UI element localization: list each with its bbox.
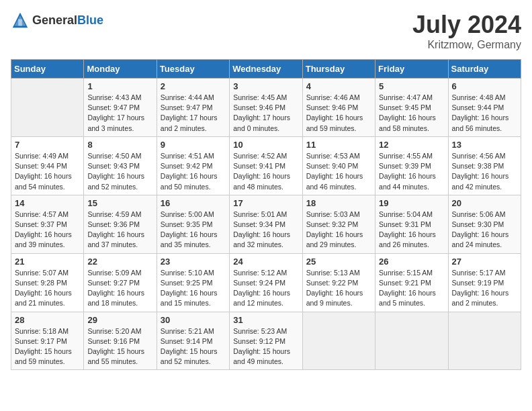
day-info: Sunrise: 5:04 AMSunset: 9:31 PMDaylight:… [379, 210, 444, 250]
calendar-cell: 17Sunrise: 5:01 AMSunset: 9:34 PMDayligh… [230, 195, 302, 253]
title-block: July 2024 Kritzmow, Germany [412, 11, 521, 51]
calendar-week-row: 21Sunrise: 5:07 AMSunset: 9:28 PMDayligh… [11, 253, 521, 312]
calendar-week-row: 28Sunrise: 5:18 AMSunset: 9:17 PMDayligh… [11, 312, 521, 370]
day-info: Sunrise: 5:10 AMSunset: 9:25 PMDaylight:… [161, 268, 226, 309]
logo: GeneralBlue [11, 11, 103, 30]
calendar-cell: 31Sunrise: 5:23 AMSunset: 9:12 PMDayligh… [230, 312, 302, 370]
day-number: 11 [306, 140, 371, 150]
header-day: Saturday [448, 60, 521, 79]
day-info: Sunrise: 4:53 AMSunset: 9:40 PMDaylight:… [306, 151, 371, 192]
calendar-cell [302, 312, 375, 370]
calendar-cell: 23Sunrise: 5:10 AMSunset: 9:25 PMDayligh… [157, 253, 229, 312]
calendar-week-row: 7Sunrise: 4:49 AMSunset: 9:44 PMDaylight… [11, 136, 521, 195]
calendar-cell: 30Sunrise: 5:21 AMSunset: 9:14 PMDayligh… [157, 312, 229, 370]
day-info: Sunrise: 5:21 AMSunset: 9:14 PMDaylight:… [161, 326, 226, 367]
logo-blue: Blue [77, 13, 103, 27]
page-header: GeneralBlue July 2024 Kritzmow, Germany [11, 11, 521, 51]
day-info: Sunrise: 5:13 AMSunset: 9:22 PMDaylight:… [306, 268, 371, 309]
calendar-cell: 11Sunrise: 4:53 AMSunset: 9:40 PMDayligh… [302, 136, 375, 195]
day-info: Sunrise: 5:00 AMSunset: 9:35 PMDaylight:… [161, 210, 226, 250]
calendar-cell: 3Sunrise: 4:45 AMSunset: 9:46 PMDaylight… [230, 79, 302, 137]
calendar-cell: 10Sunrise: 4:52 AMSunset: 9:41 PMDayligh… [230, 136, 302, 195]
day-number: 12 [379, 140, 444, 150]
day-number: 13 [452, 140, 517, 150]
calendar-cell: 25Sunrise: 5:13 AMSunset: 9:22 PMDayligh… [302, 253, 375, 312]
day-number: 4 [306, 81, 371, 91]
day-number: 10 [233, 140, 298, 150]
day-info: Sunrise: 4:51 AMSunset: 9:42 PMDaylight:… [161, 151, 226, 192]
calendar-cell: 16Sunrise: 5:00 AMSunset: 9:35 PMDayligh… [157, 195, 229, 253]
day-number: 9 [161, 140, 226, 150]
day-info: Sunrise: 4:46 AMSunset: 9:46 PMDaylight:… [306, 93, 371, 134]
header-day: Monday [84, 60, 157, 79]
calendar-cell: 7Sunrise: 4:49 AMSunset: 9:44 PMDaylight… [11, 136, 84, 195]
day-number: 20 [452, 198, 517, 208]
day-number: 17 [233, 198, 298, 208]
calendar-cell: 20Sunrise: 5:06 AMSunset: 9:30 PMDayligh… [448, 195, 521, 253]
location: Kritzmow, Germany [412, 39, 521, 51]
calendar-cell: 19Sunrise: 5:04 AMSunset: 9:31 PMDayligh… [375, 195, 448, 253]
calendar-cell: 5Sunrise: 4:47 AMSunset: 9:45 PMDaylight… [375, 79, 448, 137]
day-number: 28 [15, 315, 80, 325]
calendar-cell: 28Sunrise: 5:18 AMSunset: 9:17 PMDayligh… [11, 312, 84, 370]
calendar-cell: 13Sunrise: 4:56 AMSunset: 9:38 PMDayligh… [448, 136, 521, 195]
day-number: 27 [452, 257, 517, 267]
day-info: Sunrise: 4:50 AMSunset: 9:43 PMDaylight:… [87, 151, 152, 192]
calendar-cell: 15Sunrise: 4:59 AMSunset: 9:36 PMDayligh… [84, 195, 157, 253]
day-number: 3 [233, 81, 298, 91]
calendar-week-row: 1Sunrise: 4:43 AMSunset: 9:47 PMDaylight… [11, 79, 521, 137]
calendar-table: SundayMondayTuesdayWednesdayThursdayFrid… [11, 59, 521, 370]
day-number: 16 [161, 198, 226, 208]
calendar-cell: 27Sunrise: 5:17 AMSunset: 9:19 PMDayligh… [448, 253, 521, 312]
day-info: Sunrise: 4:59 AMSunset: 9:36 PMDaylight:… [87, 210, 152, 250]
day-info: Sunrise: 5:17 AMSunset: 9:19 PMDaylight:… [452, 268, 517, 309]
day-number: 24 [233, 257, 298, 267]
calendar-cell [375, 312, 448, 370]
day-number: 1 [87, 81, 152, 91]
day-number: 22 [87, 257, 152, 267]
day-info: Sunrise: 5:12 AMSunset: 9:24 PMDaylight:… [233, 268, 298, 309]
calendar-cell: 26Sunrise: 5:15 AMSunset: 9:21 PMDayligh… [375, 253, 448, 312]
calendar-cell: 22Sunrise: 5:09 AMSunset: 9:27 PMDayligh… [84, 253, 157, 312]
header-day: Thursday [302, 60, 375, 79]
day-info: Sunrise: 4:43 AMSunset: 9:47 PMDaylight:… [87, 93, 152, 134]
day-number: 30 [161, 315, 226, 325]
header-day: Tuesday [157, 60, 229, 79]
calendar-cell: 14Sunrise: 4:57 AMSunset: 9:37 PMDayligh… [11, 195, 84, 253]
calendar-cell: 2Sunrise: 4:44 AMSunset: 9:47 PMDaylight… [157, 79, 229, 137]
day-number: 31 [233, 315, 298, 325]
day-info: Sunrise: 4:52 AMSunset: 9:41 PMDaylight:… [233, 151, 298, 192]
day-info: Sunrise: 4:45 AMSunset: 9:46 PMDaylight:… [233, 93, 298, 134]
day-info: Sunrise: 5:03 AMSunset: 9:32 PMDaylight:… [306, 210, 371, 250]
day-number: 14 [15, 198, 80, 208]
logo-general: General [32, 13, 77, 27]
header-row: SundayMondayTuesdayWednesdayThursdayFrid… [11, 60, 521, 79]
day-info: Sunrise: 4:48 AMSunset: 9:44 PMDaylight:… [452, 93, 517, 134]
calendar-cell: 1Sunrise: 4:43 AMSunset: 9:47 PMDaylight… [84, 79, 157, 137]
day-info: Sunrise: 5:15 AMSunset: 9:21 PMDaylight:… [379, 268, 444, 309]
header-day: Friday [375, 60, 448, 79]
calendar-cell: 9Sunrise: 4:51 AMSunset: 9:42 PMDaylight… [157, 136, 229, 195]
day-number: 21 [15, 257, 80, 267]
calendar-cell: 8Sunrise: 4:50 AMSunset: 9:43 PMDaylight… [84, 136, 157, 195]
header-day: Sunday [11, 60, 84, 79]
day-number: 2 [161, 81, 226, 91]
day-number: 15 [87, 198, 152, 208]
day-number: 18 [306, 198, 371, 208]
calendar-cell [448, 312, 521, 370]
logo-text: GeneralBlue [32, 13, 103, 28]
day-number: 29 [87, 315, 152, 325]
month-year: July 2024 [412, 11, 521, 39]
day-info: Sunrise: 4:49 AMSunset: 9:44 PMDaylight:… [15, 151, 80, 192]
calendar-cell: 12Sunrise: 4:55 AMSunset: 9:39 PMDayligh… [375, 136, 448, 195]
day-info: Sunrise: 5:18 AMSunset: 9:17 PMDaylight:… [15, 326, 80, 367]
day-number: 7 [15, 140, 80, 150]
svg-rect-2 [18, 19, 22, 26]
day-info: Sunrise: 4:56 AMSunset: 9:38 PMDaylight:… [452, 151, 517, 192]
day-info: Sunrise: 5:01 AMSunset: 9:34 PMDaylight:… [233, 210, 298, 250]
day-info: Sunrise: 5:07 AMSunset: 9:28 PMDaylight:… [15, 268, 80, 309]
day-info: Sunrise: 4:44 AMSunset: 9:47 PMDaylight:… [161, 93, 226, 134]
header-day: Wednesday [230, 60, 302, 79]
day-info: Sunrise: 4:47 AMSunset: 9:45 PMDaylight:… [379, 93, 444, 134]
day-number: 5 [379, 81, 444, 91]
